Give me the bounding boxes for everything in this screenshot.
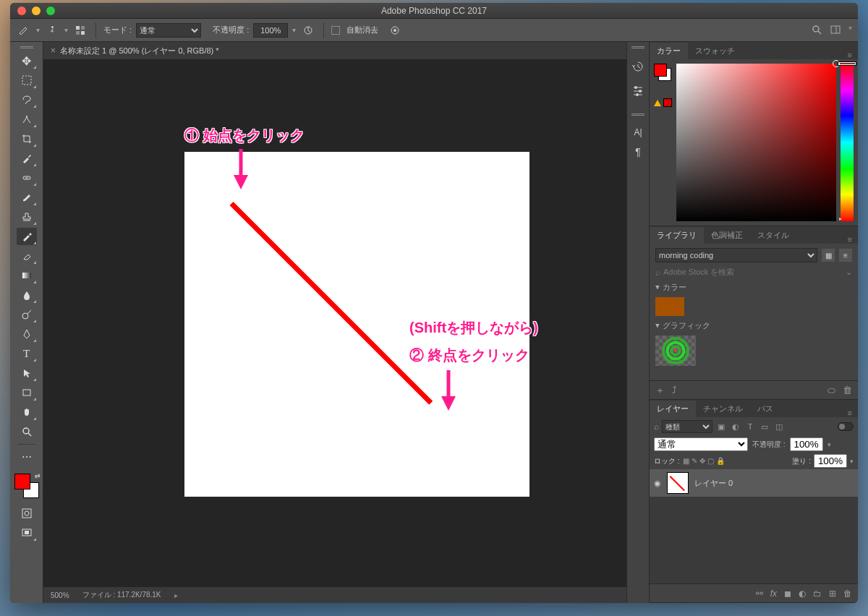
type-tool[interactable]: T <box>17 345 37 362</box>
foreground-color[interactable] <box>14 474 30 489</box>
filter-smart-icon[interactable]: ◫ <box>773 422 785 432</box>
library-color-item[interactable] <box>655 297 684 316</box>
filter-pixel-icon[interactable]: ▣ <box>715 422 727 432</box>
layer-mask-icon[interactable]: ◼ <box>784 589 791 599</box>
swap-colors-icon[interactable]: ⇄ <box>35 472 41 479</box>
eraser-tool[interactable] <box>17 247 37 265</box>
lock-all-icon[interactable]: 🔒 <box>716 457 725 465</box>
tab-libraries[interactable]: ライブラリ <box>650 227 704 244</box>
character-panel-icon[interactable]: A| <box>634 127 642 137</box>
panel-menu-icon[interactable]: ≡ <box>842 51 858 59</box>
delete-layer-icon[interactable]: 🗑 <box>843 589 852 599</box>
library-section-graphic[interactable]: ▸グラフィック <box>655 320 852 331</box>
opacity-input[interactable] <box>253 23 288 38</box>
properties-panel-icon[interactable] <box>631 84 644 99</box>
layer-blend-select[interactable]: 通常 <box>654 437 748 451</box>
layer-fill-input[interactable] <box>814 454 847 468</box>
add-content-icon[interactable]: ＋ <box>655 384 665 397</box>
eyedropper-tool[interactable] <box>17 150 37 167</box>
filter-icon[interactable]: ⌕ <box>654 422 659 432</box>
close-tab-icon[interactable]: × <box>51 46 56 56</box>
tab-layers[interactable]: レイヤー <box>650 401 696 417</box>
blend-mode-select[interactable]: 通常 <box>136 23 201 38</box>
brush-panel-icon[interactable] <box>72 22 88 38</box>
filter-toggle[interactable] <box>838 422 854 431</box>
layer-thumbnail[interactable] <box>667 472 689 494</box>
tab-styles[interactable]: スタイル <box>750 227 796 244</box>
lasso-tool[interactable] <box>17 91 37 108</box>
library-select[interactable]: morning coding <box>655 248 817 262</box>
library-section-color[interactable]: ▸カラー <box>655 282 852 293</box>
gamut-warning-icon[interactable] <box>654 98 672 107</box>
edit-toolbar-icon[interactable]: ⋯ <box>17 448 37 466</box>
pressure-size-icon[interactable] <box>387 22 403 38</box>
hand-tool[interactable] <box>17 403 37 421</box>
dodge-tool[interactable] <box>17 306 37 323</box>
list-view-icon[interactable]: ≡ <box>839 249 852 262</box>
document-tab[interactable]: × 名称未設定 1 @ 500% (レイヤー 0, RGB/8) * <box>43 42 626 59</box>
filter-type-icon[interactable]: T <box>744 422 756 431</box>
gradient-tool[interactable] <box>17 267 37 284</box>
canvas-area[interactable]: ① 始点をクリック (Shiftを押しながら) ② 終点をクリック <box>43 59 626 587</box>
tab-paths[interactable]: パス <box>750 401 780 417</box>
layer-fx-icon[interactable]: fx <box>770 589 777 599</box>
trash-icon[interactable]: 🗑 <box>843 385 852 395</box>
blur-tool[interactable] <box>17 286 37 304</box>
upload-icon[interactable]: ⤴ <box>672 385 677 395</box>
pen-tool[interactable] <box>17 325 37 343</box>
layer-item[interactable]: ◉ レイヤー 0 <box>650 469 858 497</box>
quick-select-tool[interactable] <box>17 111 37 128</box>
lock-transparency-icon[interactable]: ▦ <box>683 457 689 465</box>
healing-tool[interactable] <box>17 169 37 187</box>
screen-mode-icon[interactable] <box>17 524 37 542</box>
brush-tool[interactable] <box>17 189 37 206</box>
lock-position-icon[interactable]: ✥ <box>699 457 705 465</box>
stamp-tool[interactable] <box>17 208 37 226</box>
tab-color[interactable]: カラー <box>650 43 688 59</box>
tab-adjustments[interactable]: 色調補正 <box>704 227 750 244</box>
history-panel-icon[interactable] <box>631 60 644 75</box>
library-graphic-item[interactable] <box>655 335 696 366</box>
hue-slider[interactable]: ▸ <box>841 64 854 221</box>
layer-name[interactable]: レイヤー 0 <box>694 478 733 489</box>
crop-tool[interactable] <box>17 130 37 147</box>
adjustment-layer-icon[interactable]: ◐ <box>799 589 806 599</box>
search-icon[interactable] <box>811 24 822 37</box>
tool-preset-icon[interactable] <box>16 22 32 38</box>
lock-artboard-icon[interactable]: ▢ <box>707 457 714 465</box>
visibility-icon[interactable]: ◉ <box>654 479 661 488</box>
lock-pixels-icon[interactable]: ✎ <box>692 457 697 465</box>
brush-preset-picker[interactable]: 4 <box>44 22 60 38</box>
pressure-opacity-icon[interactable] <box>300 22 316 38</box>
quick-mask-icon[interactable] <box>17 505 37 522</box>
group-icon[interactable]: 🗀 <box>813 589 822 599</box>
shape-tool[interactable] <box>17 384 37 401</box>
cc-cloud-icon[interactable]: ⬭ <box>827 385 835 396</box>
move-tool[interactable]: ✥ <box>17 52 37 69</box>
status-menu-icon[interactable]: ▸ <box>174 591 178 599</box>
path-select-tool[interactable] <box>17 364 37 382</box>
paragraph-panel-icon[interactable]: ¶ <box>635 146 641 158</box>
color-field[interactable] <box>676 64 836 221</box>
foreground-background-colors[interactable]: ⇄ <box>14 474 39 498</box>
layer-filter-select[interactable]: 種類 <box>662 420 712 433</box>
panel-menu-icon[interactable]: ≡ <box>842 235 858 244</box>
grid-view-icon[interactable]: ▦ <box>822 249 835 262</box>
file-info[interactable]: ファイル : 117.2K/78.1K <box>82 590 161 600</box>
tab-channels[interactable]: チャンネル <box>696 401 750 417</box>
tab-swatches[interactable]: スウォッチ <box>688 43 742 59</box>
filter-adjust-icon[interactable]: ◐ <box>730 422 741 432</box>
layer-opacity-input[interactable] <box>790 437 823 451</box>
workspace-icon[interactable] <box>830 24 841 37</box>
panel-menu-icon[interactable]: ≡ <box>842 408 858 417</box>
zoom-tool[interactable] <box>17 423 37 440</box>
link-layers-icon[interactable]: ⚯ <box>756 589 763 599</box>
marquee-tool[interactable] <box>17 72 37 89</box>
new-layer-icon[interactable]: ⊞ <box>829 589 836 599</box>
library-search[interactable]: ⌕ Adobe Stock を検索 ⌄ <box>655 267 852 278</box>
filter-shape-icon[interactable]: ▭ <box>759 422 770 432</box>
zoom-level[interactable]: 500% <box>51 591 69 599</box>
auto-erase-checkbox[interactable] <box>331 26 340 35</box>
pencil-tool[interactable] <box>17 228 37 245</box>
color-swatch[interactable] <box>654 64 671 81</box>
